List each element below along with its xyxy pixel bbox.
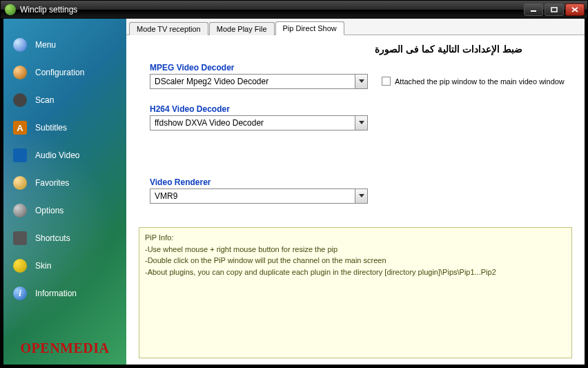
h264-decoder-select[interactable]: ffdshow DXVA Video Decoder [150, 115, 368, 130]
tools-icon [13, 66, 27, 79]
sidebar-item-label: Skin [35, 261, 51, 271]
sidebar-item-configuration[interactable]: Configuration [3, 59, 126, 86]
face-icon [13, 259, 27, 273]
window-title: Winclip settings [20, 5, 524, 14]
sidebar-item-menu[interactable]: Menu [3, 31, 126, 59]
sidebar-item-label: Configuration [35, 68, 84, 77]
svg-rect-0 [531, 10, 536, 12]
gear-icon [13, 204, 27, 217]
sidebar-item-favorites[interactable]: Favorites [3, 169, 126, 197]
tab-pip-direct-show[interactable]: Pip Direct Show [275, 21, 344, 35]
sidebar-item-skin[interactable]: Skin [3, 252, 126, 280]
mpeg-decoder-select[interactable]: DScaler Mpeg2 Video Decoder [150, 74, 368, 89]
tab-mode-play-file[interactable]: Mode Play File [209, 22, 275, 35]
info-heading: PiP Info: [145, 232, 566, 244]
main-panel: Mode TV reception Mode Play File Pip Dir… [126, 19, 585, 365]
sidebar-item-information[interactable]: i Information [3, 280, 126, 307]
keyboard-icon [13, 231, 27, 245]
pip-info-box: PiP Info: -Use wheel mouse + right mouse… [139, 227, 572, 358]
sidebar-item-shortcuts[interactable]: Shortcuts [3, 224, 126, 252]
info-icon: i [13, 287, 27, 300]
app-icon [5, 4, 16, 15]
close-button[interactable] [565, 3, 585, 16]
sidebar-item-label: Scan [35, 95, 54, 105]
attach-pip-checkbox[interactable] [382, 77, 391, 86]
minimize-button[interactable] [524, 3, 543, 16]
sidebar-item-label: Menu [35, 40, 56, 50]
video-renderer-select[interactable]: VMR9 [150, 188, 368, 204]
sidebar-item-label: Options [35, 206, 63, 215]
body: Menu Configuration Scan A Subtitles Audi… [1, 19, 587, 367]
info-line: -Use wheel mouse + right mouse button fo… [145, 244, 566, 255]
sidebar-item-subtitles[interactable]: A Subtitles [3, 114, 126, 142]
brand-logo: OPENMEDIA [3, 340, 126, 356]
svg-rect-1 [551, 8, 557, 12]
sidebar-item-scan[interactable]: Scan [3, 86, 126, 114]
sidebar-item-label: Favorites [35, 178, 69, 188]
arabic-heading: ضبط الإعدادات التالية كما فى الصورة [333, 43, 564, 55]
tab-mode-tv-reception[interactable]: Mode TV reception [129, 22, 208, 35]
tab-bar: Mode TV reception Mode Play File Pip Dir… [126, 19, 585, 35]
window-buttons [524, 3, 585, 16]
h264-decoder-label: H264 Video Decoder [150, 104, 574, 114]
chevron-down-icon[interactable] [355, 75, 367, 88]
info-line: -About plugins, you can copy and duplica… [145, 267, 566, 278]
sidebar: Menu Configuration Scan A Subtitles Audi… [3, 19, 126, 365]
maximize-button[interactable] [545, 3, 564, 16]
titlebar[interactable]: Winclip settings [1, 1, 587, 19]
screen-icon [13, 148, 27, 162]
h264-decoder-value: ffdshow DXVA Video Decoder [150, 118, 355, 128]
mpeg-decoder-label: MPEG Video Decoder [150, 63, 574, 72]
window: Winclip settings Menu Configuration [0, 0, 588, 368]
magnifier-icon [13, 38, 27, 52]
tab-content: ضبط الإعدادات التالية كما فى الصورة MPEG… [126, 35, 585, 211]
sidebar-item-options[interactable]: Options [3, 197, 126, 224]
attach-pip-label: Attached the pip window to the main vide… [395, 77, 565, 86]
subtitles-icon: A [13, 121, 27, 135]
attach-pip-checkbox-row[interactable]: Attached the pip window to the main vide… [382, 77, 565, 86]
sidebar-item-label: Shortcuts [35, 233, 70, 243]
sidebar-item-label: Subtitles [35, 123, 67, 133]
camera-icon [13, 93, 27, 107]
chevron-down-icon[interactable] [355, 189, 367, 203]
info-line: -Double click on the PiP window will put… [145, 255, 566, 267]
sidebar-item-label: Audio Video [35, 151, 80, 160]
mpeg-decoder-value: DScaler Mpeg2 Video Decoder [150, 77, 355, 86]
sidebar-item-audio-video[interactable]: Audio Video [3, 142, 126, 169]
sidebar-item-label: Information [35, 289, 77, 298]
chevron-down-icon[interactable] [355, 116, 367, 130]
person-icon [13, 176, 27, 190]
video-renderer-label: Video Renderer [150, 177, 574, 187]
video-renderer-value: VMR9 [150, 191, 355, 201]
